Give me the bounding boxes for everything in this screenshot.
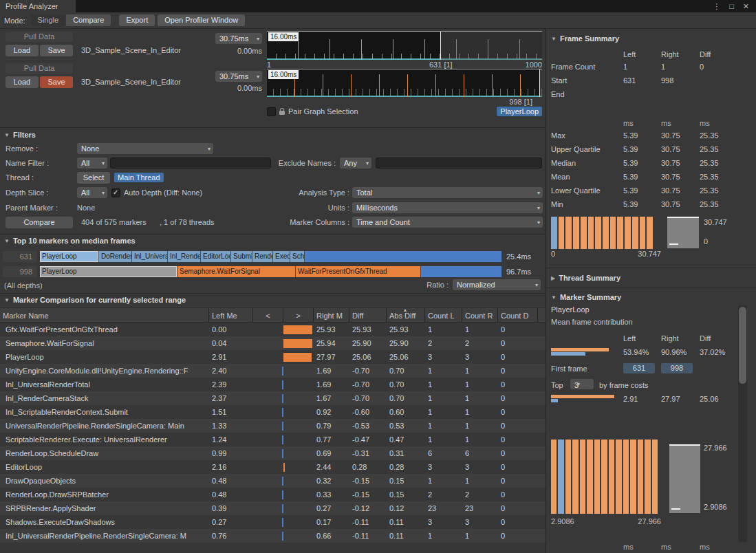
- cell-bar-greater: [283, 323, 314, 336]
- table-row[interactable]: Shadows.ExecuteDrawShadows0.270.17-0.110…: [0, 515, 546, 529]
- window-title: Profile Analyzer: [6, 2, 58, 10]
- close-icon[interactable]: ✕: [743, 2, 749, 11]
- marker-summary-header[interactable]: ▼ Marker Summary: [551, 292, 749, 303]
- first-frame-right-button[interactable]: 998: [661, 363, 693, 373]
- summary-cell: 631: [623, 76, 636, 85]
- top10-segment[interactable]: DoRenderI: [99, 251, 132, 262]
- selected-marker-chip[interactable]: PlayerLoop: [497, 107, 542, 116]
- cell-bar-less: [253, 364, 283, 378]
- open-profiler-button[interactable]: Open Profiler Window: [158, 14, 245, 26]
- column-header[interactable]: Count L: [425, 308, 462, 322]
- name-filter-dropdown[interactable]: All▾: [77, 158, 107, 169]
- top10-header[interactable]: ▼ Top 10 markers on median frames: [4, 237, 136, 245]
- summary-cell: 1: [661, 63, 665, 71]
- frame-histogram-axis: 0 30.747: [551, 249, 661, 259]
- table-row[interactable]: DrawOpaqueObjects0.480.32-0.150.15110: [0, 474, 546, 488]
- frame-index-label[interactable]: 998: [3, 266, 37, 277]
- column-header[interactable]: Marker Name: [0, 308, 209, 322]
- column-header[interactable]: Abs Diff▲: [387, 308, 425, 322]
- table-row[interactable]: RenderLoop.DrawSRPBatcher0.480.33-0.150.…: [0, 488, 546, 501]
- pair-graph-checkbox[interactable]: [267, 107, 276, 116]
- window-tab[interactable]: Profile Analyzer: [0, 0, 76, 12]
- filters-header[interactable]: ▼ Filters: [4, 131, 36, 139]
- table-row[interactable]: Inl_UniversalRenderPipeline.RenderSingle…: [0, 529, 546, 543]
- units-dropdown[interactable]: Milliseconds▾: [352, 202, 543, 213]
- cell-marker-name: Shadows.ExecuteDrawShadows: [0, 515, 209, 529]
- column-header[interactable]: Count D: [498, 308, 538, 322]
- top10-segment[interactable]: Submi: [231, 251, 252, 262]
- frame-time-graph-left[interactable]: 16.00ms: [267, 31, 542, 60]
- column-header[interactable]: Count R: [462, 308, 498, 322]
- exclude-names-input[interactable]: [376, 158, 542, 169]
- scrollbar[interactable]: [738, 305, 747, 542]
- column-header[interactable]: Left Me: [209, 308, 253, 322]
- table-row[interactable]: PlayerLoop2.9127.9725.0625.06330: [0, 350, 546, 364]
- column-header[interactable]: Right M: [314, 308, 349, 322]
- summary-row: Start631998: [551, 74, 749, 88]
- remove-dropdown[interactable]: None▾: [77, 143, 213, 154]
- exclude-dropdown[interactable]: Any▾: [340, 158, 371, 169]
- frame-index-label[interactable]: 631: [3, 251, 37, 262]
- top10-segment[interactable]: [421, 266, 502, 277]
- marker-columns-dropdown[interactable]: Time and Count▾: [352, 217, 543, 228]
- table-row[interactable]: Inl_RenderCameraStack2.371.67-0.700.7011…: [0, 391, 546, 405]
- scrollbar-thumb[interactable]: [739, 307, 746, 384]
- top10-segment[interactable]: Semaphore.WaitForSignal: [177, 266, 296, 277]
- table-row[interactable]: Inl_UniversalRenderTotal2.391.69-0.700.7…: [0, 378, 546, 391]
- thread-select-button[interactable]: Select: [77, 172, 110, 184]
- cell-diff: 0.28: [349, 460, 387, 474]
- top10-segment[interactable]: Inl_Univers: [132, 251, 168, 262]
- save-button[interactable]: Save: [40, 45, 73, 56]
- depth-slice-dropdown[interactable]: All▾: [77, 187, 107, 198]
- top10-segment[interactable]: Inl_Render: [168, 251, 201, 262]
- top10-segment[interactable]: Sch: [290, 251, 305, 262]
- graph-range-dropdown-bottom[interactable]: 30.75ms▾: [215, 71, 262, 82]
- maximize-icon[interactable]: □: [729, 2, 734, 10]
- frame-summary-header[interactable]: ▼ Frame Summary: [551, 33, 749, 44]
- top10-segment[interactable]: [305, 251, 502, 262]
- table-row[interactable]: [0, 543, 546, 553]
- top-n-dropdown[interactable]: 3▾: [570, 379, 594, 389]
- top10-segment[interactable]: PlayerLoop: [40, 266, 177, 277]
- table-row[interactable]: SRPBRender.ApplyShader0.390.27-0.120.122…: [0, 501, 546, 515]
- table-row[interactable]: RenderLoop.ScheduleDraw0.990.69-0.310.31…: [0, 446, 546, 460]
- mode-compare-button[interactable]: Compare: [66, 14, 111, 26]
- kebab-menu-icon[interactable]: ⋮: [713, 2, 720, 11]
- table-row[interactable]: EditorLoop2.162.440.280.28330: [0, 460, 546, 474]
- frame-time-graph-right[interactable]: 16.00ms: [267, 69, 542, 97]
- top10-segment[interactable]: WaitForPresentOnGfxThread: [296, 266, 421, 277]
- first-frame-left-button[interactable]: 631: [623, 363, 655, 373]
- thread-summary-header[interactable]: ▶ Thread Summary: [551, 272, 749, 283]
- marker-histogram[interactable]: [551, 440, 658, 514]
- top10-segment[interactable]: Rende: [252, 251, 273, 262]
- table-row[interactable]: UniversalRenderPipeline.RenderSingleCame…: [0, 419, 546, 433]
- load-button[interactable]: Load: [6, 76, 39, 88]
- top10-segment[interactable]: PlayerLoop: [40, 251, 99, 262]
- ratio-dropdown[interactable]: Normalized▾: [453, 279, 541, 290]
- column-header[interactable]: <: [253, 308, 283, 322]
- column-header[interactable]: >: [283, 308, 314, 322]
- comparison-header-title[interactable]: ▼ Marker Comparison for currently select…: [4, 296, 186, 304]
- table-row[interactable]: UnityEngine.CoreModule.dll!UnityEngine.R…: [0, 364, 546, 378]
- cell-bar-less: [253, 460, 283, 474]
- graph-range-dropdown-top[interactable]: 30.75ms▾: [215, 33, 262, 44]
- table-row[interactable]: ScriptableRenderer.Execute: UniversalRen…: [0, 433, 546, 446]
- column-header[interactable]: Diff: [349, 308, 387, 322]
- analysis-type-dropdown[interactable]: Total▾: [352, 187, 543, 198]
- histogram-bar: [610, 217, 616, 249]
- table-row[interactable]: Gfx.WaitForPresentOnGfxThread0.0025.9325…: [0, 323, 546, 336]
- mode-single-button[interactable]: Single: [31, 14, 66, 26]
- thread-chip[interactable]: Main Thread: [114, 173, 164, 182]
- top10-segment[interactable]: Exec: [273, 251, 290, 262]
- export-button[interactable]: Export: [119, 14, 155, 26]
- table-row[interactable]: Inl_ScriptableRenderContext.Submit1.510.…: [0, 405, 546, 419]
- compare-button[interactable]: Compare: [6, 217, 73, 228]
- load-button[interactable]: Load: [6, 45, 39, 56]
- axis-current: 631 [1]: [429, 61, 453, 69]
- frame-histogram[interactable]: [551, 217, 653, 249]
- table-row[interactable]: Semaphore.WaitForSignal0.0425.9425.9025.…: [0, 336, 546, 350]
- top10-segment[interactable]: EditorLoo: [201, 251, 231, 262]
- save-button-warning[interactable]: Save: [40, 76, 73, 88]
- histogram-bar: [551, 440, 557, 514]
- auto-depth-checkbox[interactable]: [111, 188, 120, 197]
